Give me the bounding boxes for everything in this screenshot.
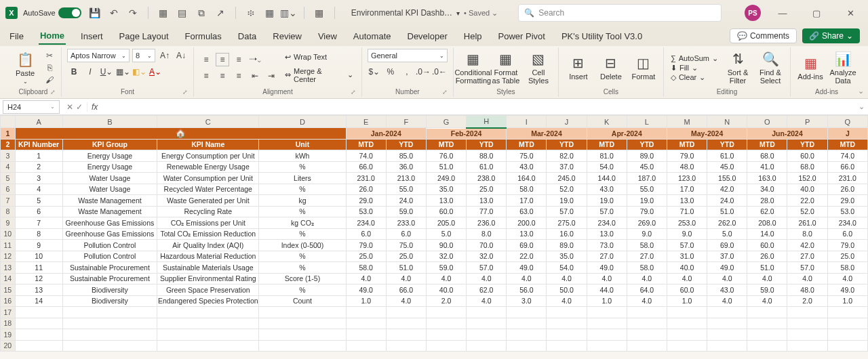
row-header[interactable]: 7 [1, 195, 16, 207]
expand-formula-bar-icon[interactable]: ⌄ [854, 102, 868, 111]
cell[interactable] [426, 340, 466, 352]
cell[interactable]: 5.0 [426, 228, 466, 240]
tab-page-layout[interactable]: Page Layout [118, 28, 170, 44]
column-header[interactable]: N [707, 116, 747, 128]
cell[interactable]: 25.0 [386, 251, 426, 262]
cell[interactable]: 53.0 [346, 206, 386, 217]
cell[interactable]: 8.0 [467, 228, 507, 240]
cell[interactable]: 68.0 [747, 150, 787, 162]
cell[interactable]: 6.0 [386, 228, 426, 240]
cell[interactable] [667, 340, 707, 352]
column-header[interactable]: J [547, 116, 587, 128]
cell[interactable]: 70.0 [467, 240, 507, 251]
fill-color-button[interactable]: ◧⌄ [132, 65, 146, 79]
cell[interactable]: Waste Management [62, 195, 157, 207]
cell[interactable]: 58.0 [627, 262, 667, 274]
cell[interactable]: 35.0 [426, 184, 466, 195]
cell[interactable] [547, 307, 587, 318]
cell[interactable]: 59.0 [386, 206, 426, 217]
wrap-text-button[interactable]: ↩ Wrap Text [282, 51, 356, 63]
cell[interactable]: 62.0 [747, 206, 787, 217]
cell[interactable]: 85.0 [386, 150, 426, 162]
cell[interactable]: 55.0 [386, 184, 426, 195]
cell[interactable]: Water Usage [62, 173, 157, 184]
cell[interactable] [62, 329, 157, 341]
cell[interactable]: 26.0 [827, 184, 867, 195]
month-header[interactable]: J [827, 128, 867, 140]
cell[interactable] [627, 340, 667, 352]
cell[interactable]: 26.0 [747, 251, 787, 262]
percent-icon[interactable]: % [384, 65, 397, 79]
font-size-select[interactable]: 8⌄ [132, 49, 155, 62]
cell[interactable]: 164.0 [507, 173, 547, 184]
cell-styles-button[interactable]: ▧Cell Styles [524, 51, 553, 85]
cell[interactable]: 40.0 [667, 262, 707, 274]
underline-button[interactable]: U⌄ [100, 65, 113, 79]
column-header[interactable]: O [747, 116, 787, 128]
user-avatar[interactable]: PS [745, 5, 761, 21]
column-header[interactable]: E [346, 116, 386, 128]
redo-icon[interactable]: ↷ [126, 6, 140, 20]
border-button[interactable]: ▦⌄ [116, 65, 130, 79]
cell[interactable] [386, 318, 426, 329]
align-center-icon[interactable]: ≡ [216, 69, 229, 83]
format-as-table-button[interactable]: ▦Format as Table [492, 51, 520, 85]
cell[interactable]: 42.0 [787, 240, 827, 251]
cell[interactable] [346, 318, 386, 329]
cell[interactable]: 234.0 [827, 217, 867, 229]
cell[interactable]: 58.0 [627, 240, 667, 251]
cell[interactable]: 44.0 [587, 284, 627, 296]
select-all-corner[interactable] [1, 116, 16, 128]
cell[interactable]: 32.0 [467, 251, 507, 262]
cell[interactable]: 88.0 [467, 150, 507, 162]
cell[interactable]: 19.0 [587, 195, 627, 207]
cell[interactable]: 123.0 [667, 173, 707, 184]
cell[interactable]: 14 [15, 295, 62, 307]
cell[interactable]: 13.0 [667, 195, 707, 207]
collapse-ribbon-icon[interactable]: ⌄ [858, 87, 864, 96]
bold-button[interactable]: B [67, 65, 81, 79]
cell[interactable]: 75.0 [507, 150, 547, 162]
cell[interactable] [386, 329, 426, 341]
column-header[interactable]: I [507, 116, 547, 128]
cancel-formula-icon[interactable]: ✕ [66, 102, 73, 112]
cell[interactable]: 3 [15, 173, 62, 184]
cell[interactable]: Liters [259, 173, 346, 184]
tab-insert[interactable]: Insert [79, 28, 104, 44]
period-header[interactable]: MTD [827, 139, 867, 150]
cell[interactable]: 4.0 [827, 273, 867, 284]
cell[interactable]: 238.0 [467, 173, 507, 184]
cell[interactable]: 58.0 [346, 262, 386, 274]
undo-icon[interactable]: ↶ [107, 6, 121, 20]
cell[interactable] [346, 307, 386, 318]
cell[interactable] [587, 329, 627, 341]
cell[interactable]: Sustainable Materials Usage [157, 262, 259, 274]
orientation-icon[interactable]: ⭬⌄ [248, 53, 262, 66]
increase-decimal-icon[interactable]: .0→ [416, 65, 430, 79]
cell[interactable]: 81.0 [587, 150, 627, 162]
cell[interactable]: Sustainable Procurement [62, 262, 157, 274]
cell[interactable]: 42.0 [707, 184, 747, 195]
cell[interactable]: 43.0 [507, 161, 547, 173]
indent-decrease-icon[interactable]: ⇤ [248, 69, 262, 83]
period-header[interactable]: YTD [467, 139, 507, 150]
find-select-button[interactable]: 🔍Find & Select [756, 51, 785, 85]
cell[interactable]: 73.0 [587, 240, 627, 251]
cell[interactable]: 8.0 [787, 228, 827, 240]
cell[interactable]: 52.0 [787, 206, 827, 217]
sort-filter-button[interactable]: ⇅Sort & Filter [724, 51, 752, 85]
cell[interactable]: % [259, 206, 346, 217]
cell[interactable]: 4.0 [627, 273, 667, 284]
indent-increase-icon[interactable]: ⇥ [264, 69, 278, 83]
copy-icon[interactable]: ⎘ [43, 62, 56, 73]
cell[interactable]: Biodiversity [62, 295, 157, 307]
period-header[interactable]: YTD [386, 139, 426, 150]
cell[interactable]: 152.0 [787, 173, 827, 184]
tab-utility[interactable]: PK's Utility Tool V3.0 [560, 28, 644, 44]
cell[interactable] [15, 318, 62, 329]
merge-center-button[interactable]: ⇔ Merge & Center ⌄ [282, 66, 356, 85]
cell[interactable]: 4.0 [547, 273, 587, 284]
cell[interactable]: 66.0 [346, 161, 386, 173]
cell[interactable]: 74.0 [346, 150, 386, 162]
cell[interactable]: 261.0 [787, 217, 827, 229]
